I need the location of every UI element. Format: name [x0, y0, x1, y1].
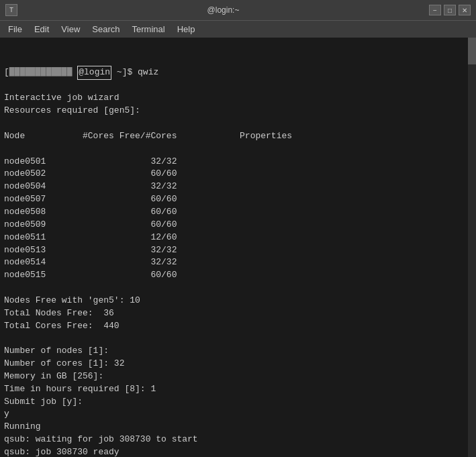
status-running: Running	[4, 421, 41, 431]
terminal-body[interactable]: [████████████ @login ~]$ qwiz Interactiv…	[0, 38, 476, 457]
node-0507: node0507 60/60	[4, 194, 177, 204]
login-hostname-box: @login	[77, 66, 111, 80]
prompt-memory: Memory in GB [256]:	[4, 371, 103, 381]
terminal-output: [████████████ @login ~]$ qwiz Interactiv…	[4, 40, 472, 457]
prompt-num-cores: Number of cores [1]: 32	[4, 358, 124, 368]
line-interactive-wizard: Interactive job wizard	[4, 93, 120, 103]
minimize-button[interactable]: −	[429, 5, 441, 15]
prompt-suffix: ~]$ qwiz	[111, 66, 158, 79]
line-resources: Resources required [gen5]:	[4, 105, 140, 115]
menu-terminal[interactable]: Terminal	[127, 23, 171, 36]
menu-file[interactable]: File	[3, 23, 28, 36]
menu-edit[interactable]: Edit	[29, 23, 54, 36]
first-prompt-line: [████████████ @login ~]$ qwiz	[4, 66, 472, 80]
terminal-window: T @login:~ − □ ✕ File Edit View Search T…	[0, 0, 476, 457]
titlebar-left: T	[5, 4, 17, 16]
answer-y: y	[4, 409, 9, 419]
node-0501: node0501 32/32	[4, 156, 177, 166]
menubar: File Edit View Search Terminal Help	[0, 20, 476, 38]
maximize-button[interactable]: □	[444, 5, 456, 15]
scrollbar-thumb[interactable]	[468, 38, 476, 64]
prompt-submit: Submit job [y]:	[4, 397, 83, 407]
menu-help[interactable]: Help	[172, 23, 201, 36]
scrollbar[interactable]	[468, 38, 476, 457]
summary-total-cores: Total Cores Free: 440	[4, 321, 120, 331]
status-waiting: qsub: waiting for job 308730 to start	[4, 434, 198, 444]
node-0509: node0509 60/60	[4, 219, 177, 230]
node-0515: node0515 60/60	[4, 270, 177, 280]
prompt-user: [████████████	[4, 66, 77, 79]
window-title: @login:~	[17, 5, 429, 15]
window-controls: − □ ✕	[429, 5, 471, 15]
node-0504: node0504 32/32	[4, 181, 177, 191]
node-0514: node0514 32/32	[4, 257, 177, 267]
menu-search[interactable]: Search	[87, 23, 125, 36]
node-0511: node0511 12/60	[4, 232, 177, 242]
node-0502: node0502 60/60	[4, 168, 177, 179]
prompt-num-nodes: Number of nodes [1]:	[4, 346, 109, 356]
close-button[interactable]: ✕	[459, 5, 471, 15]
summary-nodes-free: Nodes Free with 'gen5': 10	[4, 295, 140, 305]
app-icon: T	[5, 4, 17, 16]
node-0513: node0513 32/32	[4, 245, 177, 255]
prompt-time: Time in hours required [8]: 1	[4, 384, 156, 394]
summary-total-nodes: Total Nodes Free: 36	[4, 308, 114, 318]
table-header: Node #Cores Free/#Cores Properties	[4, 131, 292, 141]
menu-view[interactable]: View	[56, 23, 85, 36]
status-ready: qsub: job 308730 ready	[4, 447, 120, 457]
node-0508: node0508 60/60	[4, 207, 177, 217]
titlebar: T @login:~ − □ ✕	[0, 0, 476, 20]
